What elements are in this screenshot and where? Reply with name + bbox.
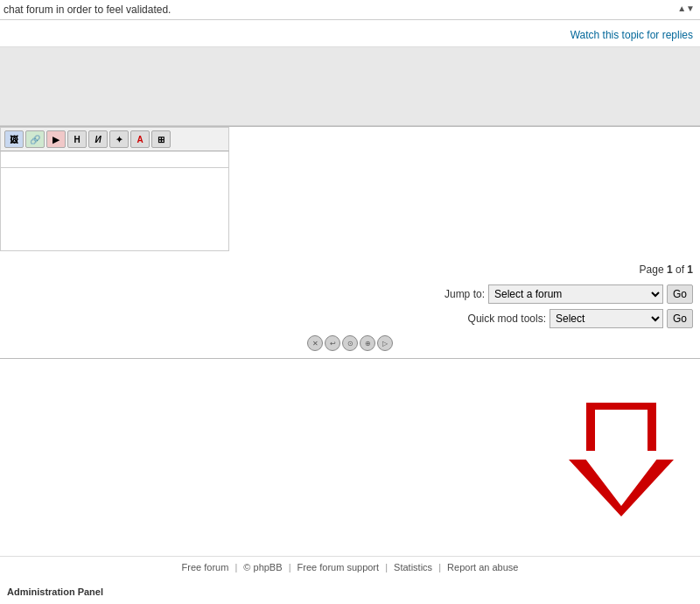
circle-reply-btn[interactable]: ↩ [325,335,340,351]
watch-link-row: Watch this topic for replies [0,20,700,47]
toolbar-h-btn[interactable]: H [67,130,87,148]
circle-dot-btn[interactable]: ⊙ [342,335,358,351]
toolbar-youtube-btn[interactable]: ▶ [46,130,66,148]
editor-section: 🖼 🔗 ▶ H И ✦ A ⊞ [0,127,700,251]
editor-input-wrapper [0,151,229,251]
toolbar-color-btn[interactable]: A [130,130,150,148]
top-content-area: chat forum in order to feel validated. ▲… [0,0,700,20]
quickmod-label: Quick mod tools: [468,313,546,325]
admin-panel-link-area: Administration Panel [7,586,103,597]
big-red-arrow [569,403,674,516]
jump-go-button[interactable]: Go [667,284,693,304]
footer-free-forum[interactable]: Free forum [182,562,229,572]
jump-select[interactable]: Select a forum [488,284,663,304]
circle-next-btn[interactable]: ▷ [377,335,393,351]
footer-statistics[interactable]: Statistics [394,562,432,572]
collapse-icon[interactable]: ▲▼ [677,4,695,13]
admin-panel-link[interactable]: Administration Panel [7,586,103,597]
footer-free-forum-support[interactable]: Free forum support [298,562,380,572]
page-label: Page [640,263,667,276]
footer-phpbb[interactable]: © phpBB [243,562,282,572]
footer: Free forum | © phpBB | Free forum suppor… [0,556,700,578]
toolbar-italic-btn[interactable]: И [88,130,108,148]
subject-input[interactable] [0,151,229,168]
circle-add-btn[interactable]: ⊕ [360,335,375,351]
circle-close-btn[interactable]: ✕ [307,335,323,351]
icon-row: ✕ ↩ ⊙ ⊕ ▷ [0,332,700,353]
page-of: of [676,263,687,276]
editor-toolbar: 🖼 🔗 ▶ H И ✦ A ⊞ [0,127,229,151]
footer-report-abuse[interactable]: Report an abuse [447,562,518,572]
toolbar-extra-btn[interactable]: ⊞ [151,130,171,148]
jump-to-row: Jump to: Select a forum Go [0,281,700,307]
toolbar-link-btn[interactable]: 🔗 [25,130,45,148]
quickmod-go-button[interactable]: Go [667,309,693,328]
total-pages: 1 [687,263,693,276]
toolbar-special-btn[interactable]: ✦ [109,130,129,148]
gray-placeholder-area [0,47,700,126]
top-text: chat forum in order to feel validated. [4,4,171,16]
quickmod-row: Quick mod tools: Select Go [0,307,700,332]
message-textarea[interactable] [0,168,229,251]
watch-topic-link[interactable]: Watch this topic for replies [570,29,693,41]
current-page: 1 [667,263,673,276]
quickmod-select[interactable]: Select [550,309,663,328]
pagination-row: Page 1 of 1 [0,251,700,281]
toolbar-image-btn[interactable]: 🖼 [4,130,24,148]
bottom-divider [0,358,700,359]
jump-label: Jump to: [444,288,485,300]
